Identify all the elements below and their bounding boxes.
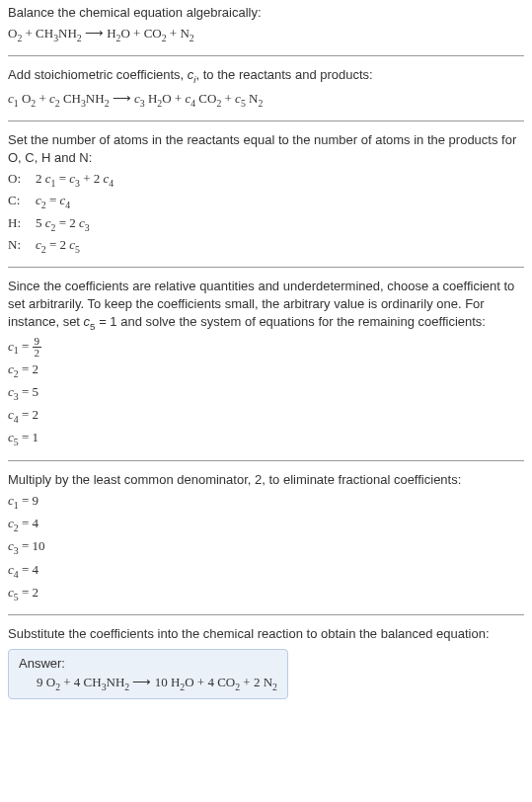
stoich-equation: c1 O2 + c2 CH3NH2 ⟶ c3 H2O + c4 CO2 + c5… (8, 89, 524, 111)
divider (8, 614, 524, 615)
atom-label: C: (8, 191, 36, 212)
divider (8, 267, 524, 268)
atom-eq: 2 c1 = c3 + 2 c4 (36, 169, 114, 191)
fraction: 92 (33, 336, 42, 359)
section-stoichiometric: Add stoichiometric coefficients, ci, to … (8, 66, 524, 110)
atom-eq: c2 = 2 c5 (36, 235, 80, 257)
coeff-c4-int: c4 = 4 (8, 560, 524, 582)
stoich-pre: Add stoichiometric coefficients, (8, 67, 188, 82)
balanced-equation: 9 O2 + 4 CH3NH2 ⟶ 10 H2O + 4 CO2 + 2 N2 (19, 675, 277, 692)
atom-row-o: O: 2 c1 = c3 + 2 c4 (8, 169, 524, 191)
section-multiply: Multiply by the least common denominator… (8, 471, 524, 604)
multiply-text: Multiply by the least common denominator… (8, 471, 524, 489)
section-answer: Substitute the coefficients into the che… (8, 625, 524, 699)
ci-var: ci (188, 67, 196, 82)
atoms-text: Set the number of atoms in the reactants… (8, 131, 524, 167)
section-balance: Balance the chemical equation algebraica… (8, 4, 524, 45)
answer-label: Answer: (19, 656, 277, 671)
coeff-list-fractional: c1 = 92 c2 = 2 c3 = 5 c4 = 2 c5 = 1 (8, 336, 524, 450)
atom-label: H: (8, 213, 36, 235)
atom-row-n: N: c2 = 2 c5 (8, 235, 524, 257)
substitute-text: Substitute the coefficients into the che… (8, 625, 524, 643)
coeff-c2: c2 = 2 (8, 360, 524, 381)
answer-box: Answer: 9 O2 + 4 CH3NH2 ⟶ 10 H2O + 4 CO2… (8, 649, 288, 699)
section-solve: Since the coefficients are relative quan… (8, 278, 524, 450)
frac-den: 2 (33, 348, 42, 359)
atom-row-c: C: c2 = c4 (8, 191, 524, 212)
coeff-c3-int: c3 = 10 (8, 536, 524, 558)
balance-title: Balance the chemical equation algebraica… (8, 4, 524, 22)
atom-label: N: (8, 235, 36, 257)
solve-text: Since the coefficients are relative quan… (8, 278, 524, 334)
coeff-c1-int: c1 = 9 (8, 491, 524, 513)
atom-label: O: (8, 169, 36, 191)
coeff-c5-int: c5 = 2 (8, 583, 524, 604)
coeff-c1: c1 = 92 (8, 336, 524, 359)
divider (8, 120, 524, 121)
atom-row-h: H: 5 c2 = 2 c3 (8, 213, 524, 235)
coeff-list-integer: c1 = 9 c2 = 4 c3 = 10 c4 = 4 c5 = 2 (8, 491, 524, 604)
coeff-c5: c5 = 1 (8, 428, 524, 449)
frac-num: 9 (33, 336, 42, 348)
stoich-text: Add stoichiometric coefficients, ci, to … (8, 66, 524, 86)
coeff-c3: c3 = 5 (8, 382, 524, 404)
coeff-c2-int: c2 = 4 (8, 514, 524, 535)
stoich-post: , to the reactants and products: (196, 67, 373, 82)
unbalanced-equation: O2 + CH3NH2 ⟶ H2O + CO2 + N2 (8, 24, 524, 45)
coeff-c4: c4 = 2 (8, 405, 524, 427)
atom-eq: 5 c2 = 2 c3 (36, 213, 90, 235)
divider (8, 460, 524, 461)
section-atoms: Set the number of atoms in the reactants… (8, 131, 524, 257)
divider (8, 55, 524, 56)
atoms-table: O: 2 c1 = c3 + 2 c4 C: c2 = c4 H: 5 c2 =… (8, 169, 524, 257)
atom-eq: c2 = c4 (36, 191, 70, 212)
